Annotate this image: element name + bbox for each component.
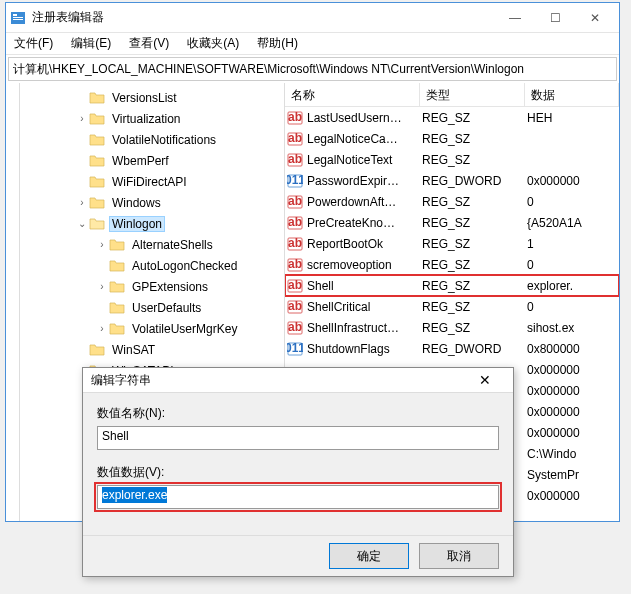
tree-twisty-icon[interactable]: › <box>75 197 89 208</box>
value-name: ShellCritical <box>307 300 370 314</box>
value-data: 0x000000 <box>527 489 619 503</box>
list-row[interactable]: abPowerdownAft…REG_SZ0 <box>285 191 619 212</box>
value-data: 0x800000 <box>527 342 619 356</box>
tree-twisty-icon[interactable]: › <box>95 323 109 334</box>
tree-twisty-icon[interactable]: › <box>95 239 109 250</box>
value-name-label: 数值名称(N): <box>97 405 499 422</box>
value-data: 0 <box>527 258 619 272</box>
tree-item-label: AutoLogonChecked <box>129 259 240 273</box>
col-header-data[interactable]: 数据 <box>525 83 619 106</box>
app-icon <box>10 10 26 26</box>
value-name: Shell <box>307 279 334 293</box>
value-type: REG_SZ <box>422 153 527 167</box>
value-data: explorer. <box>527 279 619 293</box>
list-row[interactable]: abShellCriticalREG_SZ0 <box>285 296 619 317</box>
value-data: 0 <box>527 195 619 209</box>
value-data: 0x000000 <box>527 405 619 419</box>
tree-twisty-icon[interactable]: › <box>75 113 89 124</box>
value-name: PowerdownAft… <box>307 195 396 209</box>
value-data: sihost.ex <box>527 321 619 335</box>
tree-item-label: GPExtensions <box>129 280 211 294</box>
value-name: PreCreateKno… <box>307 216 395 230</box>
tree-twisty-icon[interactable]: ⌄ <box>75 218 89 229</box>
tree-item-winlogon[interactable]: ⌄Winlogon <box>20 213 284 234</box>
tree-item-label: WiFiDirectAPI <box>109 175 190 189</box>
svg-text:ab: ab <box>288 257 302 271</box>
value-type: REG_SZ <box>422 111 527 125</box>
cancel-button[interactable]: 取消 <box>419 543 499 569</box>
tree-item-label: UserDefaults <box>129 301 204 315</box>
list-header[interactable]: 名称 类型 数据 <box>285 83 619 107</box>
tree-item-label: WinSAT <box>109 343 158 357</box>
titlebar[interactable]: 注册表编辑器 — ☐ ✕ <box>6 3 619 33</box>
list-row[interactable]: abLegalNoticeTextREG_SZ <box>285 149 619 170</box>
svg-text:011: 011 <box>287 341 303 355</box>
svg-text:011: 011 <box>287 173 303 187</box>
tree-item-windows[interactable]: ›Windows <box>20 192 284 213</box>
menu-help[interactable]: 帮助(H) <box>253 35 302 52</box>
list-row[interactable]: abLegalNoticeCa…REG_SZ <box>285 128 619 149</box>
menu-view[interactable]: 查看(V) <box>125 35 173 52</box>
value-name: LegalNoticeText <box>307 153 392 167</box>
list-row[interactable]: 011PasswordExpir…REG_DWORD0x000000 <box>285 170 619 191</box>
list-row[interactable]: abShellInfrastruct…REG_SZsihost.ex <box>285 317 619 338</box>
dialog-titlebar[interactable]: 编辑字符串 ✕ <box>83 368 513 393</box>
value-name: scremoveoption <box>307 258 392 272</box>
address-bar[interactable]: 计算机\HKEY_LOCAL_MACHINE\SOFTWARE\Microsof… <box>8 57 617 81</box>
tree-item-label: Windows <box>109 196 164 210</box>
value-type: REG_SZ <box>422 237 527 251</box>
ok-button[interactable]: 确定 <box>329 543 409 569</box>
list-row[interactable]: abLastUsedUsern…REG_SZHEH <box>285 107 619 128</box>
address-text: 计算机\HKEY_LOCAL_MACHINE\SOFTWARE\Microsof… <box>13 61 524 78</box>
col-header-name[interactable]: 名称 <box>285 83 420 106</box>
value-data: 1 <box>527 237 619 251</box>
value-name: LastUsedUsern… <box>307 111 402 125</box>
value-name-input[interactable]: Shell <box>97 426 499 450</box>
menu-file[interactable]: 文件(F) <box>10 35 57 52</box>
left-gutter <box>6 83 20 521</box>
tree-item-wbemperf[interactable]: WbemPerf <box>20 150 284 171</box>
value-data: 0x000000 <box>527 363 619 377</box>
tree-item-winsat[interactable]: WinSAT <box>20 339 284 360</box>
menu-favorites[interactable]: 收藏夹(A) <box>183 35 243 52</box>
tree-item-label: Virtualization <box>109 112 183 126</box>
tree-item-versionslist[interactable]: VersionsList <box>20 87 284 108</box>
tree-item-label: AlternateShells <box>129 238 216 252</box>
list-row[interactable]: abShellREG_SZexplorer. <box>285 275 619 296</box>
value-data: 0x000000 <box>527 174 619 188</box>
value-type: REG_SZ <box>422 216 527 230</box>
value-data: HEH <box>527 111 619 125</box>
svg-rect-1 <box>13 14 17 16</box>
list-row[interactable]: abscremoveoptionREG_SZ0 <box>285 254 619 275</box>
value-data-input[interactable]: explorer.exe <box>97 485 499 509</box>
value-type: REG_SZ <box>422 321 527 335</box>
dialog-close-button[interactable]: ✕ <box>465 372 505 388</box>
value-data: SystemPr <box>527 468 619 482</box>
list-row[interactable]: abPreCreateKno…REG_SZ{A520A1A <box>285 212 619 233</box>
tree-item-gpextensions[interactable]: ›GPExtensions <box>20 276 284 297</box>
tree-item-virtualization[interactable]: ›Virtualization <box>20 108 284 129</box>
list-row[interactable]: abReportBootOkREG_SZ1 <box>285 233 619 254</box>
list-row[interactable]: 011ShutdownFlagsREG_DWORD0x800000 <box>285 338 619 359</box>
svg-text:ab: ab <box>288 131 302 145</box>
close-button[interactable]: ✕ <box>575 4 615 32</box>
value-name: ShutdownFlags <box>307 342 390 356</box>
menu-edit[interactable]: 编辑(E) <box>67 35 115 52</box>
tree-item-label: Winlogon <box>109 216 165 232</box>
minimize-button[interactable]: — <box>495 4 535 32</box>
col-header-type[interactable]: 类型 <box>420 83 525 106</box>
tree-item-volatileusermgrkey[interactable]: ›VolatileUserMgrKey <box>20 318 284 339</box>
tree-item-volatilenotifications[interactable]: VolatileNotifications <box>20 129 284 150</box>
tree-item-label: VolatileUserMgrKey <box>129 322 240 336</box>
tree-item-autologonchecked[interactable]: AutoLogonChecked <box>20 255 284 276</box>
value-type: REG_DWORD <box>422 342 527 356</box>
edit-string-dialog: 编辑字符串 ✕ 数值名称(N): Shell 数值数据(V): explorer… <box>82 367 514 577</box>
tree-item-wifidirectapi[interactable]: WiFiDirectAPI <box>20 171 284 192</box>
value-name: ShellInfrastruct… <box>307 321 399 335</box>
tree-item-alternateshells[interactable]: ›AlternateShells <box>20 234 284 255</box>
value-data: 0x000000 <box>527 426 619 440</box>
tree-twisty-icon[interactable]: › <box>95 281 109 292</box>
tree-item-userdefaults[interactable]: UserDefaults <box>20 297 284 318</box>
svg-rect-2 <box>13 17 23 18</box>
maximize-button[interactable]: ☐ <box>535 4 575 32</box>
